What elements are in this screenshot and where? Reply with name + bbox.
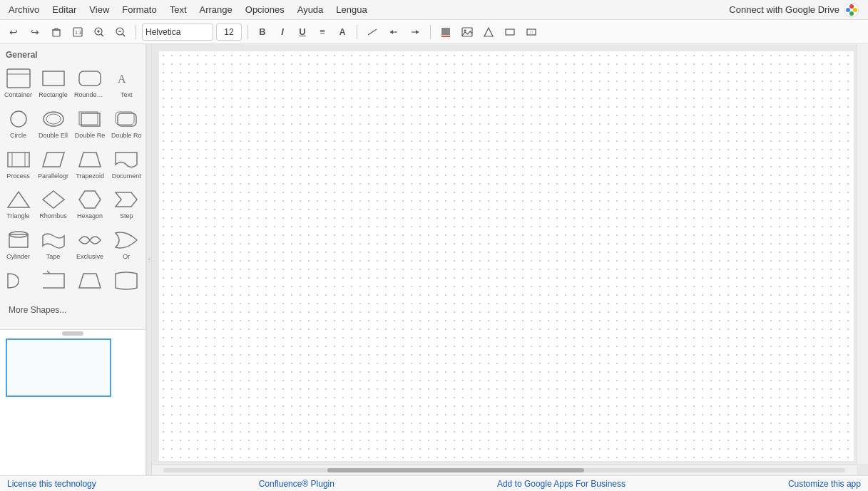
fill-color-tool[interactable] xyxy=(436,23,455,41)
line-tool[interactable] xyxy=(363,23,382,41)
rectangle-icon xyxy=(41,67,66,90)
svg-point-4 xyxy=(846,8,850,12)
svg-rect-5 xyxy=(53,30,60,36)
connection-tool[interactable] xyxy=(479,23,498,41)
tape-label: Tape xyxy=(46,253,61,261)
toolbar: ↩ ↪ 1:1 B I U ≡ A □ xyxy=(0,20,868,44)
shape-extra-4[interactable] xyxy=(110,267,143,296)
shape-extra-3[interactable] xyxy=(73,267,107,296)
cylinder-icon xyxy=(6,229,31,252)
shape-trapezoid[interactable]: Trapezoid xyxy=(73,145,107,183)
menu-editar[interactable]: Editar xyxy=(46,2,82,17)
svg-rect-39 xyxy=(118,113,136,126)
underline-button[interactable]: U xyxy=(294,24,311,41)
svg-point-34 xyxy=(11,111,26,127)
circle-label: Circle xyxy=(10,132,26,140)
more-shapes-link[interactable]: More Shapes... xyxy=(3,302,143,318)
svg-point-3 xyxy=(849,11,854,16)
h-scrollbar-thumb[interactable] xyxy=(327,468,584,472)
menu-bar: Archivo Editar View Formato Text Arrange… xyxy=(0,0,868,20)
vertical-scrollbar[interactable] xyxy=(857,44,868,464)
menu-ayuda[interactable]: Ayuda xyxy=(292,2,330,17)
google-icon xyxy=(844,2,859,18)
font-family-input[interactable] xyxy=(142,24,213,41)
shape-exclusive[interactable]: Exclusive xyxy=(73,226,107,264)
google-apps-link[interactable]: Add to Google Apps For Business xyxy=(497,479,626,489)
shape-text[interactable]: A Text xyxy=(110,64,143,102)
customize-link[interactable]: Customize this app xyxy=(788,479,861,489)
shape-tape[interactable]: Tape xyxy=(36,226,70,264)
undo-button[interactable]: ↩ xyxy=(4,23,23,41)
drawing-canvas[interactable] xyxy=(159,51,854,461)
confluence-link[interactable]: Confluence® Plugin xyxy=(259,479,335,489)
shape-rounded-rect[interactable]: Rounded R xyxy=(73,64,107,102)
process-label: Process xyxy=(6,172,30,180)
canvas-area[interactable] xyxy=(152,44,868,475)
shape-parallelogram[interactable]: Parallelogr xyxy=(36,145,70,183)
text-label: Text xyxy=(121,91,133,99)
shape-tool-1[interactable] xyxy=(501,23,519,41)
trapezoid-label: Trapezoid xyxy=(76,172,104,180)
italic-button[interactable]: I xyxy=(274,24,291,41)
h-scrollbar-track[interactable] xyxy=(163,468,845,472)
fit-page-button[interactable]: 1:1 xyxy=(68,23,87,41)
zoom-in-button[interactable] xyxy=(90,23,108,41)
menu-lengua[interactable]: Lengua xyxy=(330,2,372,17)
shape-rhombus[interactable]: Rhombus xyxy=(36,185,70,223)
delete-button[interactable] xyxy=(47,23,66,41)
shape-document[interactable]: Document xyxy=(110,145,143,183)
menu-text[interactable]: Text xyxy=(164,2,193,17)
trapezoid-icon xyxy=(77,148,103,171)
mini-map-handle[interactable] xyxy=(62,331,83,336)
menu-view[interactable]: View xyxy=(83,2,115,17)
arrow-left-tool[interactable] xyxy=(384,23,403,41)
shape-hexagon[interactable]: Hexagon xyxy=(73,185,107,223)
or-icon xyxy=(113,229,139,252)
shape-or[interactable]: Or xyxy=(110,226,143,264)
double-rounded-label: Double Ro xyxy=(111,132,142,140)
shape-rectangle[interactable]: Rectangle xyxy=(36,64,70,102)
menu-archivo[interactable]: Archivo xyxy=(3,2,45,17)
svg-line-10 xyxy=(101,34,103,36)
shape-extra-1[interactable] xyxy=(3,267,34,296)
font-size-input[interactable] xyxy=(216,24,242,41)
svg-point-24 xyxy=(464,29,466,31)
left-panel: General Container Rectangle xyxy=(0,44,146,475)
panel-collapse-handle[interactable]: ⋮ xyxy=(146,44,152,475)
shape-step[interactable]: Step xyxy=(110,185,143,223)
align-button[interactable]: ≡ xyxy=(314,24,331,41)
shapes-grid: Container Rectangle Rounded R xyxy=(3,64,143,296)
shape-circle[interactable]: Circle xyxy=(3,105,34,143)
menu-arrange[interactable]: Arrange xyxy=(194,2,238,17)
menu-opciones[interactable]: Opciones xyxy=(240,2,290,17)
hexagon-icon xyxy=(77,188,103,211)
extra-4-icon xyxy=(113,269,139,292)
svg-marker-20 xyxy=(416,30,419,34)
menu-formato[interactable]: Formato xyxy=(116,2,162,17)
svg-text:□: □ xyxy=(530,30,533,34)
shape-double-rect[interactable]: Double Re xyxy=(73,105,107,143)
font-color-button[interactable]: A xyxy=(334,24,351,41)
arrow-right-tool[interactable] xyxy=(406,23,424,41)
shape-double-rounded[interactable]: Double Ro xyxy=(110,105,143,143)
shape-cylinder[interactable]: Cylinder xyxy=(3,226,34,264)
image-tool[interactable] xyxy=(458,23,476,41)
collapse-dots: ⋮ xyxy=(146,257,152,263)
bold-button[interactable]: B xyxy=(254,24,271,41)
redo-button[interactable]: ↪ xyxy=(26,23,44,41)
shape-double-ellipse[interactable]: Double Ell xyxy=(36,105,70,143)
svg-point-36 xyxy=(46,114,61,124)
mini-map-viewport[interactable] xyxy=(6,338,111,397)
zoom-out-button[interactable] xyxy=(111,23,130,41)
shape-extra-2[interactable] xyxy=(36,267,70,296)
connect-google-label: Connect with Google Drive xyxy=(729,4,839,15)
horizontal-scrollbar[interactable] xyxy=(152,464,857,475)
shape-tool-2[interactable]: □ xyxy=(522,23,541,41)
license-link[interactable]: License this technology xyxy=(7,479,96,489)
shape-triangle[interactable]: Triangle xyxy=(3,185,34,223)
shape-process[interactable]: Process xyxy=(3,145,34,183)
shape-container[interactable]: Container xyxy=(3,64,34,102)
connect-google-drive[interactable]: Connect with Google Drive xyxy=(729,2,865,18)
svg-rect-31 xyxy=(43,71,64,86)
svg-marker-44 xyxy=(43,153,64,167)
